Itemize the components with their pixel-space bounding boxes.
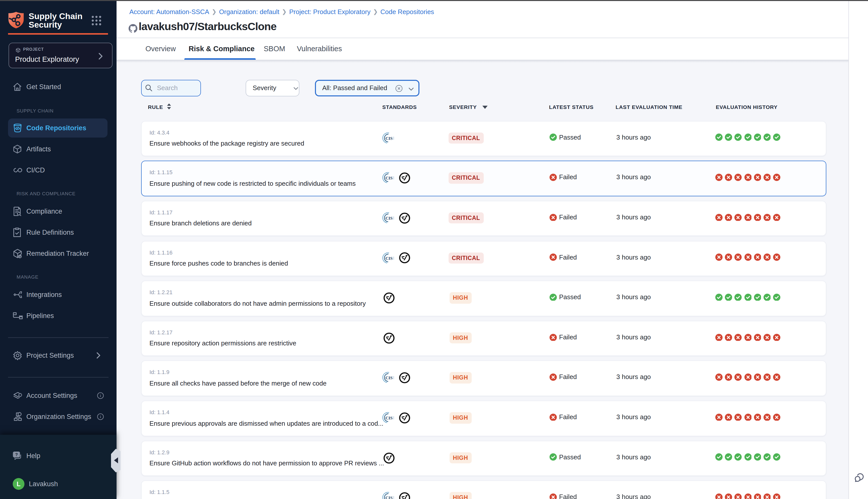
- svg-text:?: ?: [15, 452, 18, 457]
- svg-text:L: L: [16, 480, 20, 487]
